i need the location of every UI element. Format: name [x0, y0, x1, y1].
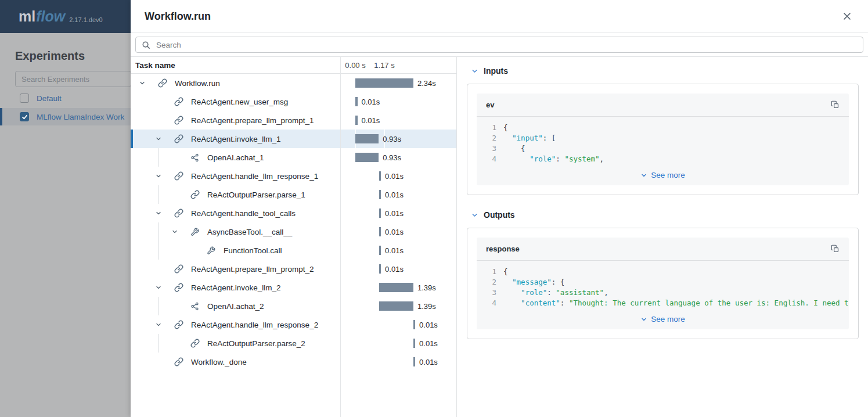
inputs-see-more-link[interactable]: See more — [477, 166, 849, 185]
task-row[interactable]: ReActOutputParser.parse_20.01s — [131, 334, 456, 353]
task-row[interactable]: FunctionTool.call0.01s — [131, 241, 456, 260]
task-row[interactable]: ReActAgent.prepare_llm_prompt_20.01s — [131, 260, 456, 278]
link-icon — [174, 134, 183, 143]
task-name-cell: ReActOutputParser.parse_2 — [131, 334, 340, 353]
task-name-cell: OpenAI.achat_2 — [131, 297, 340, 315]
duration-bar — [355, 97, 358, 106]
json-punct: { — [503, 267, 508, 276]
mlflow-logo-flow: flow — [36, 8, 65, 25]
duration-label: 0.01s — [385, 265, 404, 274]
duration-bar — [379, 301, 413, 311]
sidebar-body: Experiments DefaultMLflow LlamaIndex Wor… — [0, 33, 131, 125]
code-line: 2 "input": [ — [477, 133, 849, 143]
app-header: mlflow 2.17.1.dev0 — [0, 0, 131, 33]
checkbox-unchecked[interactable] — [20, 94, 29, 103]
timeline-tick-1: 1.17 s — [374, 61, 394, 70]
task-name-cell: AsyncBaseTool.__call__ — [131, 222, 340, 241]
json-key: "role" — [521, 288, 547, 297]
task-name: OpenAI.achat_1 — [207, 153, 264, 162]
duration-label: 0.01s — [385, 190, 404, 199]
copy-icon[interactable] — [831, 100, 840, 109]
duration-label: 1.39s — [417, 302, 436, 311]
duration-label: 0.01s — [419, 339, 438, 348]
chevron-down-icon[interactable] — [152, 210, 165, 217]
search-icon — [142, 41, 150, 49]
gantt-cell: 0.93s — [340, 148, 456, 167]
search-box[interactable] — [135, 37, 863, 53]
chevron-down-icon[interactable] — [152, 135, 165, 142]
duration-bar — [413, 357, 416, 366]
line-number: 1 — [477, 267, 496, 277]
chevron-down-icon[interactable] — [152, 172, 165, 179]
tool-icon — [207, 246, 216, 255]
json-string: "system" — [564, 154, 599, 163]
duration-bar — [379, 283, 413, 292]
task-name-cell: ReActAgent.new_user_msg — [131, 92, 340, 111]
inputs-section-header[interactable]: Inputs — [471, 65, 859, 77]
task-name-cell: ReActAgent.handle_llm_response_1 — [131, 167, 340, 185]
codeblock-title: ev — [486, 100, 494, 109]
json-key: "message" — [512, 278, 552, 286]
chevron-down-icon[interactable] — [152, 321, 165, 328]
experiments-sidebar: mlflow 2.17.1.dev0 Experiments DefaultML… — [0, 0, 131, 417]
checkbox-checked[interactable] — [20, 112, 29, 121]
task-name: ReActAgent.handle_llm_response_2 — [191, 321, 318, 329]
task-row[interactable]: ReActAgent.handle_tool_calls0.01s — [131, 204, 456, 222]
chevron-down-icon[interactable] — [471, 211, 478, 219]
outputs-section-header[interactable]: Outputs — [471, 209, 859, 221]
gantt-cell: 0.01s — [340, 260, 456, 278]
task-row[interactable]: Workflow._done0.01s — [131, 353, 456, 371]
code-text: "role": "assistant", — [503, 287, 608, 298]
copy-icon[interactable] — [831, 245, 840, 253]
experiments-search-input[interactable] — [15, 71, 131, 87]
experiment-item[interactable]: Default — [0, 89, 131, 107]
link-icon — [174, 357, 183, 366]
json-punct — [503, 154, 530, 163]
gantt-cell: 0.01s — [340, 315, 456, 334]
chevron-down-icon[interactable] — [152, 284, 165, 291]
task-row[interactable]: AsyncBaseTool.__call__0.01s — [131, 222, 456, 241]
json-key: "input" — [512, 134, 543, 142]
gantt-cell: 0.01s — [340, 167, 456, 185]
task-name: ReActAgent.invoke_llm_1 — [191, 135, 281, 143]
model-icon — [190, 153, 200, 162]
chevron-down-icon[interactable] — [471, 67, 478, 75]
duration-bar — [355, 78, 413, 88]
duration-bar — [379, 208, 381, 218]
task-row[interactable]: ReActAgent.new_user_msg0.01s — [131, 92, 456, 111]
task-name-cell: ReActAgent.handle_tool_calls — [131, 204, 340, 222]
modal-header: Workflow.run — [131, 0, 868, 33]
chevron-down-icon[interactable] — [135, 80, 149, 87]
task-row[interactable]: ReActAgent.invoke_llm_21.39s — [131, 278, 456, 297]
chevron-down-icon — [640, 316, 647, 323]
task-row[interactable]: OpenAI.achat_21.39s — [131, 297, 456, 315]
task-name: ReActAgent.prepare_llm_prompt_2 — [191, 265, 314, 274]
task-row[interactable]: ReActAgent.invoke_llm_10.93s — [131, 130, 456, 148]
experiment-label: MLflow LlamaIndex Work — [37, 113, 124, 121]
task-row[interactable]: Workflow.run2.34s — [131, 74, 456, 92]
tree-guide-line — [159, 297, 159, 315]
task-row[interactable]: ReActAgent.handle_llm_response_10.01s — [131, 167, 456, 185]
chevron-down-icon[interactable] — [168, 228, 182, 235]
outputs-see-more-link[interactable]: See more — [477, 310, 849, 329]
task-row[interactable]: ReActAgent.prepare_llm_prompt_10.01s — [131, 111, 456, 130]
link-icon — [174, 97, 183, 106]
duration-bar — [379, 246, 381, 255]
task-row[interactable]: ReActAgent.handle_llm_response_20.01s — [131, 315, 456, 334]
json-punct — [503, 299, 521, 307]
task-row[interactable]: OpenAI.achat_10.93s — [131, 148, 456, 167]
mlflow-logo: ml — [19, 8, 35, 25]
experiment-item[interactable]: MLflow LlamaIndex Work — [0, 108, 131, 125]
search-input[interactable] — [155, 40, 857, 50]
task-name: OpenAI.achat_2 — [207, 302, 264, 311]
close-icon[interactable] — [840, 9, 854, 23]
duration-bar — [379, 227, 381, 236]
gantt-cell: 1.39s — [340, 278, 456, 297]
task-row[interactable]: ReActOutputParser.parse_10.01s — [131, 185, 456, 204]
gantt-cell: 0.93s — [340, 130, 456, 148]
duration-label: 0.01s — [419, 321, 438, 329]
link-icon — [174, 116, 183, 125]
duration-bar — [355, 134, 379, 143]
codeblock-header: ev — [477, 94, 849, 117]
timeline-tick-0: 0.00 s — [345, 61, 365, 70]
